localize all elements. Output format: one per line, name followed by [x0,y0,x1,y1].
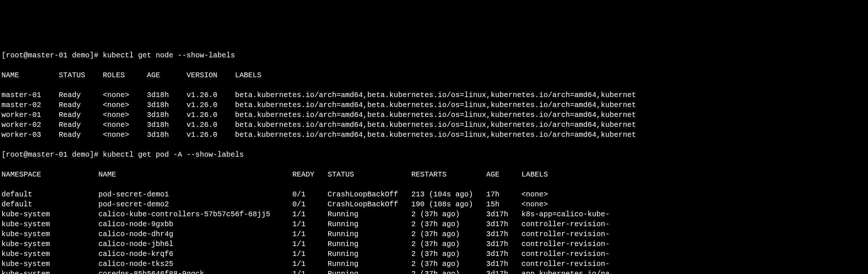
pod-row: kube-system calico-kube-controllers-57b5… [1,209,867,219]
node-row: worker-02 Ready <none> 3d18h v1.26.0 bet… [1,120,867,130]
node-table-header: NAME STATUS ROLES AGE VERSION LABELS [1,70,867,80]
node-row: worker-01 Ready <none> 3d18h v1.26.0 bet… [1,110,867,120]
pod-row: kube-system coredns-85b5646f88-9qqck 1/1… [1,269,867,274]
pod-table-header: NAMESPACE NAME READY STATUS RESTARTS AGE… [1,170,867,179]
pod-row: kube-system calico-node-tks25 1/1 Runnin… [1,259,867,269]
pod-row: default pod-secret-demo1 0/1 CrashLoopBa… [1,189,867,199]
node-row: worker-03 Ready <none> 3d18h v1.26.0 bet… [1,130,867,140]
node-row: master-01 Ready <none> 3d18h v1.26.0 bet… [1,90,867,100]
terminal-output[interactable]: [root@master-01 demo]# kubectl get node … [0,40,868,274]
command-line-2: [root@master-01 demo]# kubectl get pod -… [1,150,867,160]
pod-row: kube-system calico-node-9gxbb 1/1 Runnin… [1,219,867,229]
pod-row: kube-system calico-node-jbh6l 1/1 Runnin… [1,239,867,249]
pod-row: kube-system calico-node-krqf6 1/1 Runnin… [1,249,867,259]
pod-row: default pod-secret-demo2 0/1 CrashLoopBa… [1,199,867,209]
command-line-1: [root@master-01 demo]# kubectl get node … [1,50,867,60]
node-row: master-02 Ready <none> 3d18h v1.26.0 bet… [1,100,867,110]
pod-row: kube-system calico-node-dhr4g 1/1 Runnin… [1,229,867,239]
